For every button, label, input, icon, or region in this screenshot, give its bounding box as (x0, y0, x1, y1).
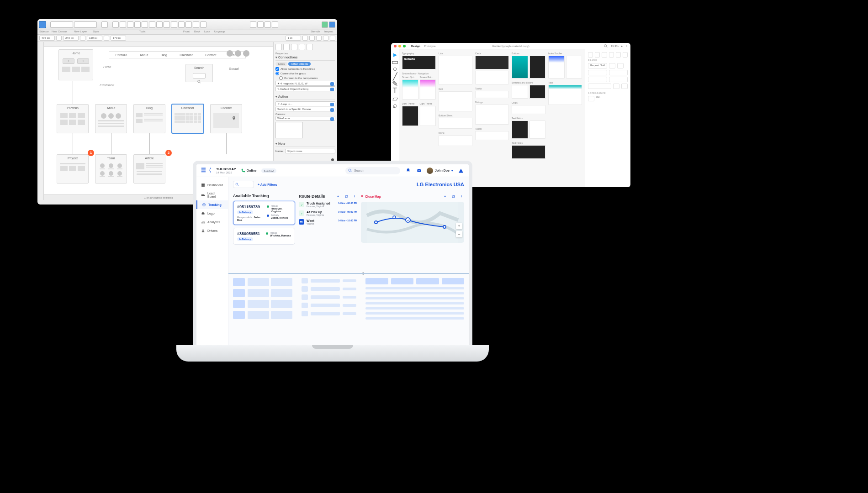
tool-ellipse[interactable] (156, 21, 163, 28)
about-card[interactable]: About (95, 104, 127, 133)
style-button[interactable] (101, 21, 108, 28)
connect-group-radio[interactable]: Connect to the group (275, 72, 335, 75)
tabs-artboard[interactable] (548, 85, 582, 105)
back-button[interactable] (257, 21, 264, 28)
screen-artboard-1[interactable] (402, 79, 418, 100)
artboard-tool[interactable]: ▱ (393, 96, 397, 100)
tracking-card-2[interactable]: #380059551 In Delivery PickupWichita, Ka… (233, 228, 295, 245)
add-map-button[interactable]: + (442, 194, 448, 199)
lists-artboard[interactable] (439, 56, 472, 85)
stroke-field[interactable]: 1 pt (286, 36, 301, 41)
x-field[interactable] (588, 77, 607, 82)
switches-dark[interactable] (529, 85, 546, 99)
opacity-value[interactable]: 0% (596, 96, 600, 101)
align-right-icon[interactable] (602, 52, 607, 58)
more-map-button[interactable]: ⋮ (459, 194, 464, 199)
tool-pen[interactable] (142, 21, 148, 28)
width-field[interactable] (588, 70, 607, 75)
line-tool[interactable]: ╱ (393, 74, 397, 79)
copy-route-button[interactable] (344, 194, 349, 199)
resize-handle-icon[interactable]: ↕ (362, 270, 365, 276)
sidebar-item-drivers[interactable]: Drivers (196, 226, 228, 235)
portfolio-card[interactable]: Portfolio (57, 104, 89, 133)
align-top-icon[interactable] (609, 52, 614, 58)
roboto-swatch[interactable]: Roboto (402, 56, 436, 69)
mail-icon[interactable] (416, 168, 422, 174)
tool-text[interactable] (134, 21, 141, 28)
tool-shape[interactable] (120, 21, 126, 28)
sidebar-item-dashboard[interactable]: Dashboard (196, 181, 228, 189)
annotation-badge-1[interactable]: 1 (88, 150, 94, 156)
tool-pointer[interactable] (112, 21, 119, 28)
play-icon[interactable]: ▸ (621, 44, 623, 47)
light-theme-artboard[interactable] (420, 106, 436, 126)
flip-v-icon[interactable] (621, 84, 628, 89)
y-field[interactable] (609, 77, 628, 82)
new-canvas-button[interactable] (50, 21, 73, 28)
h-field[interactable]: 170 px (111, 36, 126, 41)
front-button[interactable] (250, 21, 256, 28)
stencils-button[interactable] (322, 21, 328, 28)
zoom-in-button[interactable]: + (456, 223, 462, 229)
jump-select[interactable]: ↗ Jump to... (275, 101, 335, 106)
menu-artboard[interactable] (439, 135, 472, 146)
link-wh[interactable] (104, 36, 109, 41)
stroke-style[interactable] (302, 36, 308, 41)
cards-artboard-2[interactable] (475, 71, 509, 84)
inspector-tab-4[interactable] (299, 44, 305, 50)
stroke-swatch[interactable] (316, 36, 322, 41)
inspector-tab-2[interactable] (283, 44, 290, 50)
link-xy[interactable] (56, 36, 62, 41)
textfields-light[interactable] (529, 121, 546, 139)
buttons-teal[interactable] (512, 56, 528, 79)
grid-artboard[interactable] (439, 91, 472, 111)
bottom-sheet-artboard[interactable] (439, 118, 472, 129)
home-card[interactable]: Home ‹› (58, 49, 93, 80)
article-card[interactable]: Article (133, 154, 165, 184)
buttons-dark[interactable] (529, 56, 546, 79)
share-icon[interactable]: ⇧ (625, 44, 628, 47)
cards-artboard-1[interactable] (475, 56, 509, 69)
height-field[interactable] (609, 70, 628, 75)
align-middle-icon[interactable] (616, 52, 621, 58)
tool-stamp[interactable] (178, 21, 185, 28)
magnets-select[interactable]: ✦ 4 magnets: N, S, E, W (275, 81, 335, 86)
tool-browse[interactable] (185, 21, 192, 28)
add-route-button[interactable]: + (335, 194, 341, 199)
switches-artboard[interactable] (512, 85, 528, 99)
w-field[interactable]: 130 px (87, 36, 102, 41)
lock-wh[interactable] (80, 36, 85, 41)
add-filters-button[interactable]: + Add Filters (258, 183, 277, 186)
inspect-button[interactable] (329, 21, 335, 28)
bell-icon[interactable] (405, 168, 411, 174)
repeat-grid-button[interactable]: Repeat Grid (588, 63, 607, 68)
inspector-tab-1[interactable] (275, 44, 282, 50)
route-map[interactable]: + − (361, 202, 464, 243)
tool-line[interactable] (127, 21, 133, 28)
team-card[interactable]: Team (95, 154, 127, 184)
tooltip-artboard[interactable] (475, 91, 509, 98)
zoom-out-button[interactable]: − (456, 231, 462, 237)
pen-tool[interactable]: ✎ (393, 81, 397, 86)
sidebar-item-tracking[interactable]: Tracking (196, 200, 228, 209)
boolean-union-icon[interactable] (609, 63, 615, 68)
sidebar-item-lego[interactable]: Lego (196, 209, 228, 218)
maximize-dot[interactable] (403, 45, 406, 47)
tool-hand[interactable] (200, 21, 206, 28)
calendar-card[interactable]: Calendar (172, 104, 204, 133)
inspector-tab-5[interactable] (307, 44, 313, 50)
ellipse-tool[interactable]: ○ (393, 67, 397, 71)
canvas-select[interactable]: Wireframe (275, 116, 335, 121)
flip-h-icon[interactable] (613, 84, 619, 89)
sidebar-toggle[interactable] (39, 21, 46, 28)
tool-note[interactable] (171, 21, 177, 28)
select-tool[interactable]: ▸ (393, 52, 397, 57)
tool-diamond[interactable] (164, 21, 170, 28)
rotation-field[interactable] (588, 84, 611, 89)
text-tool[interactable]: T (393, 89, 397, 93)
tool-zoom[interactable] (193, 21, 199, 28)
annotation-badge-2[interactable]: 2 (165, 150, 172, 156)
align-center-icon[interactable] (595, 52, 600, 58)
allow-connections-checkbox[interactable]: Allow connections from lines (275, 67, 335, 71)
other-objects-pill[interactable]: Other Objects (288, 62, 311, 66)
